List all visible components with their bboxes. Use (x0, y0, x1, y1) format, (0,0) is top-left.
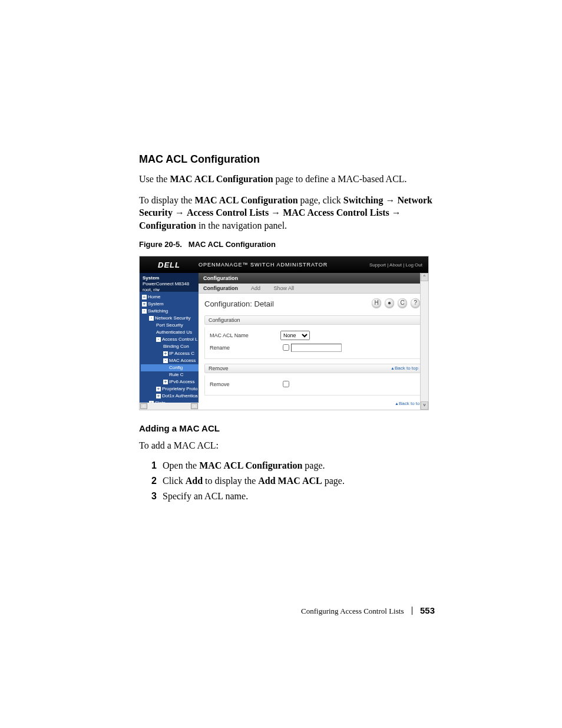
steps-list: 1 Open the MAC ACL Configuration page. 2… (139, 460, 435, 502)
tab-add[interactable]: Add (251, 285, 260, 291)
collapse-icon[interactable]: - (163, 358, 168, 363)
detail-area: H ● C ? Configuration: Detail Configurat… (199, 294, 428, 410)
input-rename[interactable] (291, 344, 342, 352)
app-header: DELL OPENMANAGE™ SWITCH ADMINISTRATOR Su… (140, 256, 428, 273)
figure-number: Figure 20-5. (139, 240, 182, 249)
section-heading: MAC ACL Configuration (139, 153, 435, 166)
sidebar-item[interactable]: Port Security (141, 322, 199, 329)
top-links[interactable]: Support | About | Log Out (369, 262, 422, 268)
sidebar-item-label: MAC Access (169, 358, 196, 363)
text: To display the (139, 195, 194, 205)
nav-tree[interactable]: =Home+System-Switching-Network SecurityP… (140, 292, 199, 403)
footer-title: Configuring Access Control Lists (301, 607, 404, 615)
text: Click (163, 476, 186, 486)
text: to display the (203, 476, 258, 486)
bullet-icon[interactable]: = (142, 295, 147, 299)
sidebar-item[interactable]: -Access Control L (141, 336, 199, 343)
expand-icon[interactable]: + (156, 387, 161, 391)
save-icon[interactable]: H (372, 298, 381, 308)
text: in the navigation panel. (196, 220, 287, 230)
tab-bar: Configuration Add Show All (199, 284, 428, 294)
back-to-top-link[interactable]: Back to top (391, 365, 418, 371)
tab-show-all[interactable]: Show All (274, 285, 295, 291)
sidebar-item-label: Binding Con (163, 344, 189, 349)
page-footer: Configuring Access Control Lists 553 (301, 605, 435, 616)
separator (412, 607, 412, 615)
list-item: 3 Specify an ACL name. (139, 491, 435, 502)
page-number: 553 (420, 605, 435, 615)
bold-text: Add (186, 476, 203, 486)
nav-system-label: System (143, 275, 196, 281)
sidebar-item-label: Config (169, 365, 183, 370)
figure-title: MAC ACL Configuration (189, 240, 276, 249)
sidebar-item-label: Switching (148, 308, 168, 314)
help-icon[interactable]: ? (411, 298, 420, 308)
sidebar-item[interactable]: -MAC Access (141, 357, 199, 364)
back-to-top-link[interactable]: Back to top (395, 401, 422, 406)
sidebar-item[interactable]: +Proprietary Proto (141, 386, 199, 393)
collapse-icon[interactable]: - (142, 309, 147, 314)
sidebar-item-label: Access Control L (162, 337, 197, 342)
checkbox-remove[interactable] (283, 381, 289, 387)
intro-paragraph-1: Use the MAC ACL Configuration page to de… (139, 173, 435, 186)
breadcrumb: Configuration (199, 273, 428, 284)
label-remove: Remove (210, 381, 280, 387)
sidebar-item[interactable]: Binding Con (141, 343, 199, 350)
scroll-down-icon[interactable]: v (421, 401, 428, 410)
sidebar-item[interactable]: =Home (141, 294, 199, 301)
bold-text: MAC ACL Configuration (170, 174, 273, 184)
sidebar-item[interactable]: +Slots (141, 400, 199, 403)
label-mac-acl-name: MAC ACL Name (210, 332, 280, 338)
sidebar-item[interactable]: -Switching (141, 308, 199, 315)
scroll-right-icon[interactable]: > (191, 403, 198, 409)
arrow-icon: → (269, 207, 283, 218)
sidebar-item-label: Rule C (169, 372, 183, 377)
arrow-icon: → (173, 207, 187, 218)
form-row-rename: Rename (210, 342, 417, 353)
expand-icon[interactable]: + (163, 351, 168, 356)
section-heading-configuration: Configuration (204, 315, 422, 325)
collapse-icon[interactable]: - (156, 337, 161, 342)
collapse-icon[interactable]: - (149, 316, 154, 321)
vertical-scrollbar[interactable]: ^ v (420, 273, 428, 410)
tab-configuration[interactable]: Configuration (203, 285, 238, 291)
step-number: 1 (139, 460, 157, 471)
sidebar-item[interactable]: +Dot1x Authentica (141, 393, 199, 400)
bold-text: Configuration (139, 220, 196, 230)
sidebar-item-label: Slots (155, 400, 166, 403)
step-number: 3 (139, 491, 157, 502)
sidebar-item-label: Home (148, 294, 160, 299)
bold-text: MAC ACL Configuration (199, 460, 302, 470)
sidebar-item[interactable]: Authenticated Us (141, 329, 199, 336)
sidebar-item[interactable]: Rule C (141, 371, 199, 378)
expand-icon[interactable]: + (163, 380, 168, 384)
expand-icon[interactable]: + (156, 394, 161, 398)
print-icon[interactable]: ● (385, 298, 394, 308)
arrow-icon: → (389, 207, 401, 218)
list-item: 1 Open the MAC ACL Configuration page. (139, 460, 435, 471)
sidebar-item[interactable]: Config (141, 364, 199, 371)
select-mac-acl-name[interactable]: None (280, 331, 310, 340)
sidebar-item[interactable]: +IPv6 Access (141, 378, 199, 386)
sidebar-item[interactable]: -Network Security (141, 315, 199, 322)
sidebar-item[interactable]: +System (141, 301, 199, 308)
scroll-up-icon[interactable]: ^ (421, 273, 428, 281)
sidebar-item-label: Port Security (156, 322, 183, 328)
sidebar-item[interactable]: +IP Access C (141, 350, 199, 357)
nav-sidebar: System PowerConnect M8348 root, r/w =Hom… (140, 273, 199, 410)
step-text: Open the MAC ACL Configuration page. (163, 460, 325, 471)
sidebar-item-label: Proprietary Proto (162, 386, 197, 391)
step-number: 2 (139, 476, 157, 486)
horizontal-scrollbar[interactable]: < > (140, 403, 199, 410)
brand-logo: DELL (140, 261, 199, 269)
refresh-icon[interactable]: C (398, 298, 407, 308)
sidebar-item-label: System (148, 301, 164, 307)
bold-text: Switching (343, 195, 384, 205)
expand-icon[interactable]: + (142, 302, 147, 307)
label-rename: Rename (210, 345, 280, 351)
figure-caption: Figure 20-5. MAC ACL Configuration (139, 240, 435, 249)
expand-icon[interactable]: + (149, 401, 154, 403)
scroll-left-icon[interactable]: < (140, 403, 147, 409)
checkbox-rename[interactable] (283, 344, 289, 351)
text: Open the (163, 460, 199, 470)
